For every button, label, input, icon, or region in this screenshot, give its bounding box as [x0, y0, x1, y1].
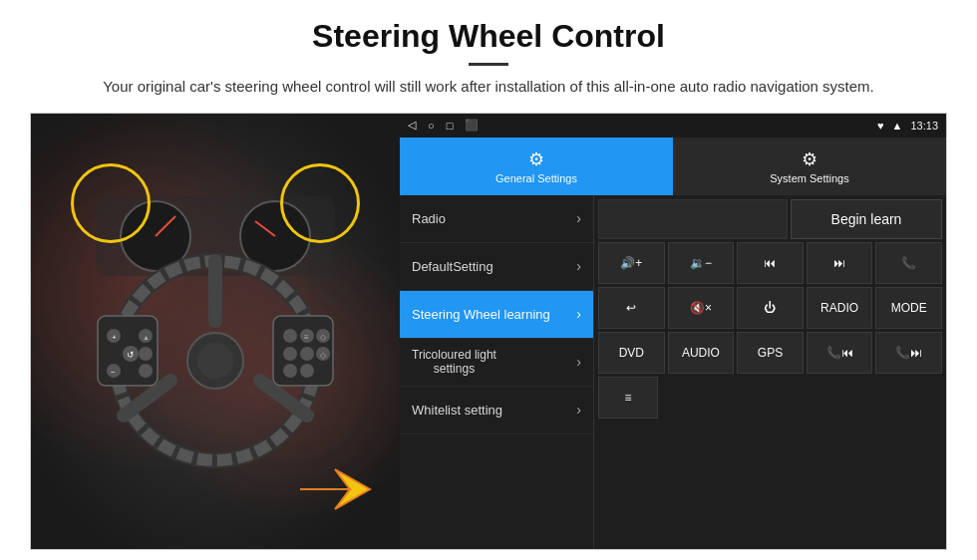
status-bar-nav: ◁ ○ □ ⬛: [408, 119, 479, 132]
title-divider: [469, 63, 508, 66]
mute-icon: 🔇×: [690, 301, 712, 315]
vol-up-icon: 🔊+: [620, 256, 642, 270]
menu-item-default[interactable]: DefaultSetting ›: [400, 243, 593, 291]
svg-text:−: −: [111, 368, 116, 377]
svg-point-24: [283, 329, 297, 343]
chevron-icon: ›: [576, 306, 581, 322]
menu-item-steering[interactable]: Steering Wheel learning ›: [400, 291, 593, 339]
btn-row-1: 🔊+ 🔉− ⏮ ⏭ 📞: [598, 242, 942, 284]
page-wrapper: Steering Wheel Control Your original car…: [0, 0, 977, 560]
mute-button[interactable]: 🔇×: [668, 287, 735, 329]
menu-tricolour-label: Tricoloured lightsettings: [412, 348, 496, 376]
vol-down-icon: 🔉−: [690, 256, 712, 270]
power-button[interactable]: ⏻: [737, 287, 804, 329]
mode-label: MODE: [891, 301, 927, 315]
volume-up-button[interactable]: 🔊+: [598, 242, 665, 284]
svg-text:▲: ▲: [143, 334, 150, 341]
content-area: + − ▲ ↺ ≡: [30, 113, 947, 551]
chevron-icon: ›: [576, 210, 581, 226]
menu-item-radio[interactable]: Radio ›: [400, 195, 593, 243]
phone-icon: 📞: [901, 256, 916, 270]
mode-button[interactable]: MODE: [875, 287, 942, 329]
clock: 13:13: [910, 120, 938, 132]
tel-prev-button[interactable]: 📞⏮: [807, 332, 873, 374]
menu-whitelist-label: Whitelist setting: [412, 403, 502, 418]
dvd-label: DVD: [619, 346, 644, 360]
main-content: Radio › DefaultSetting › Steering Wheel …: [400, 195, 946, 550]
hang-up-icon: ↩: [626, 301, 636, 315]
volume-down-button[interactable]: 🔉−: [668, 242, 735, 284]
tab-general-label: General Settings: [495, 172, 577, 184]
android-ui: ◁ ○ □ ⬛ ♥ ▲ 13:13 ⚙ General Settings: [400, 114, 946, 550]
tel-next-icon: 📞⏭: [895, 346, 922, 360]
list-icon: ≡: [624, 391, 631, 405]
button-panel: Begin learn 🔊+ 🔉− ⏮: [594, 195, 946, 550]
steering-wheel-image: + − ▲ ↺ ≡: [31, 114, 400, 550]
svg-point-11: [197, 343, 233, 379]
svg-point-26: [283, 364, 297, 378]
gps-label: GPS: [758, 346, 783, 360]
svg-point-25: [283, 347, 297, 361]
gps-button[interactable]: GPS: [737, 332, 804, 374]
menu-list: Radio › DefaultSetting › Steering Wheel …: [400, 195, 594, 550]
svg-text:≡: ≡: [304, 333, 309, 342]
menu-radio-label: Radio: [412, 211, 446, 226]
audio-label: AUDIO: [682, 346, 720, 360]
svg-text:◇: ◇: [320, 333, 327, 342]
tel-next-button[interactable]: 📞⏭: [875, 332, 942, 374]
settings-gear-icon: ⚙: [528, 148, 544, 170]
tab-general[interactable]: ⚙ General Settings: [400, 138, 673, 195]
chevron-icon: ›: [576, 402, 581, 418]
next-track-icon: ⏭: [833, 256, 845, 270]
wifi-icon: ♥: [877, 120, 884, 132]
top-tabs: ⚙ General Settings ⚙ System Settings: [400, 138, 946, 195]
menu-steering-label: Steering Wheel learning: [412, 307, 550, 322]
prev-track-button[interactable]: ⏮: [737, 242, 804, 284]
menu-item-whitelist[interactable]: Whitelist setting ›: [400, 387, 593, 434]
tab-system-label: System Settings: [770, 172, 848, 184]
btn-row-top: Begin learn: [598, 199, 942, 239]
audio-button[interactable]: AUDIO: [668, 332, 735, 374]
svg-point-20: [139, 364, 153, 378]
page-subtitle: Your original car's steering wheel contr…: [103, 76, 874, 99]
highlight-left: [71, 163, 151, 243]
signal-icon: ▲: [892, 120, 903, 132]
svg-point-29: [300, 347, 314, 361]
phone-button[interactable]: 📞: [875, 242, 942, 284]
menu-default-label: DefaultSetting: [412, 259, 493, 274]
dvd-button[interactable]: DVD: [598, 332, 665, 374]
home-icon[interactable]: ○: [428, 120, 435, 132]
blank-space: [598, 199, 788, 239]
svg-point-30: [300, 364, 314, 378]
status-bar-indicators: ♥ ▲ 13:13: [877, 120, 938, 132]
back-icon[interactable]: ◁: [408, 119, 416, 132]
system-gear-icon: ⚙: [802, 148, 817, 170]
menu-item-tricolour[interactable]: Tricoloured lightsettings ›: [400, 339, 593, 387]
next-track-button[interactable]: ⏭: [807, 242, 873, 284]
radio-label: RADIO: [820, 301, 858, 315]
svg-point-19: [139, 347, 153, 361]
svg-text:◇: ◇: [320, 351, 327, 360]
screenshot-icon[interactable]: ⬛: [465, 119, 479, 132]
recents-icon[interactable]: □: [447, 120, 454, 132]
radio-button[interactable]: RADIO: [807, 287, 873, 329]
btn-row-4: ≡: [598, 377, 942, 419]
chevron-icon: ›: [576, 258, 581, 274]
page-title: Steering Wheel Control: [312, 18, 665, 55]
tab-system[interactable]: ⚙ System Settings: [673, 138, 946, 195]
hang-up-button[interactable]: ↩: [598, 287, 665, 329]
status-bar: ◁ ○ □ ⬛ ♥ ▲ 13:13: [400, 114, 946, 138]
power-icon: ⏻: [764, 301, 776, 315]
highlight-right: [280, 163, 360, 243]
prev-track-icon: ⏮: [764, 256, 776, 270]
chevron-icon: ›: [576, 354, 581, 370]
btn-row-2: ↩ 🔇× ⏻ RADIO MODE: [598, 287, 942, 329]
btn-row-3: DVD AUDIO GPS 📞⏮ 📞⏭: [598, 332, 942, 374]
list-button[interactable]: ≡: [598, 377, 658, 419]
tel-prev-icon: 📞⏮: [826, 346, 853, 360]
svg-text:+: +: [112, 333, 117, 342]
svg-text:↺: ↺: [127, 350, 135, 360]
arrow-svg: [290, 449, 390, 529]
begin-learn-button[interactable]: Begin learn: [791, 199, 942, 239]
